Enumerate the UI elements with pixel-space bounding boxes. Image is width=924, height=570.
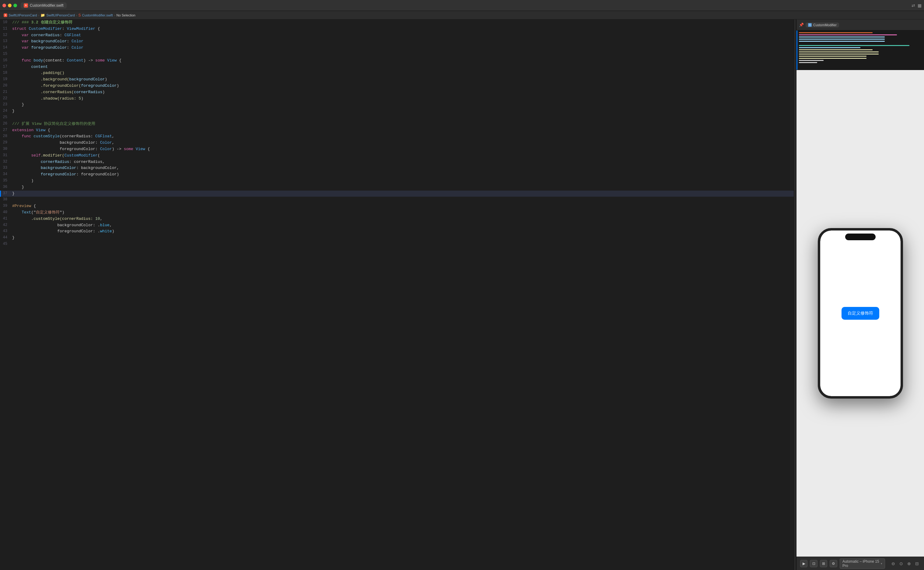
line-number: 25 bbox=[0, 115, 12, 120]
inspector-button[interactable]: ⊡ bbox=[810, 560, 817, 567]
split-view-icon[interactable]: ⇄ bbox=[912, 3, 915, 8]
line-number: 10 bbox=[0, 20, 12, 25]
code-line: 21 .cornerRadius(cornerRadius) bbox=[0, 89, 794, 96]
maximize-button[interactable] bbox=[14, 4, 17, 7]
code-line: 15 bbox=[0, 51, 794, 58]
iphone-screen: 自定义修饰符 bbox=[820, 230, 901, 396]
line-number: 20 bbox=[0, 83, 12, 89]
line-number: 38 bbox=[0, 197, 12, 202]
preview-header: 📌 S CustomModifier bbox=[797, 20, 924, 31]
breadcrumb-current: No Selection bbox=[116, 14, 135, 17]
line-content: content bbox=[12, 64, 794, 70]
line-content: } bbox=[12, 235, 794, 241]
code-line: 19 .background(backgroundColor) bbox=[0, 77, 794, 83]
code-line: 24} bbox=[0, 108, 794, 115]
line-number: 16 bbox=[0, 58, 12, 63]
line-content: var backgroundColor: Color bbox=[12, 38, 794, 45]
line-number: 23 bbox=[0, 102, 12, 107]
code-line: 41 .customStyle(cornerRadius: 10, bbox=[0, 216, 794, 222]
breadcrumb-file[interactable]: CustomModifier.swift bbox=[82, 14, 113, 17]
code-line: 22 .shadow(radius: 5) bbox=[0, 96, 794, 102]
pin-icon[interactable]: 📌 bbox=[799, 23, 804, 27]
breadcrumb-project[interactable]: SwiftUIPersonCard bbox=[9, 14, 37, 17]
zoom-fit-button[interactable]: ⊙ bbox=[898, 560, 904, 567]
line-content: .cornerRadius(cornerRadius) bbox=[12, 89, 794, 96]
mini-code-preview bbox=[797, 31, 924, 70]
line-number: 31 bbox=[0, 153, 12, 158]
grid-button[interactable]: ⊞ bbox=[820, 560, 827, 567]
line-content: .customStyle(cornerRadius: 10, bbox=[12, 216, 794, 222]
line-content bbox=[12, 115, 794, 121]
preview-panel: 📌 S CustomModifier bbox=[796, 20, 924, 570]
code-line: 36 } bbox=[0, 184, 794, 191]
line-content bbox=[12, 51, 794, 58]
editor-tab[interactable]: S CustomModifier.swift bbox=[21, 2, 67, 9]
zoom-out-button[interactable]: ⊖ bbox=[890, 560, 896, 567]
device-selector[interactable]: Automatic – iPhone 15 Pro ▾ bbox=[840, 558, 885, 569]
settings-button[interactable]: ⚙ bbox=[830, 560, 837, 567]
code-line: 26/// 扩展 View 协议简化自定义修饰符的使用 bbox=[0, 121, 794, 127]
window-controls bbox=[2, 4, 17, 7]
code-line: 34 foregroundColor: foregroundColor) bbox=[0, 172, 794, 178]
code-line: 17 content bbox=[0, 64, 794, 70]
code-line: 27extension View { bbox=[0, 127, 794, 134]
swift-blue-icon: S bbox=[808, 23, 812, 27]
line-number: 13 bbox=[0, 38, 12, 44]
code-line: 39#Preview { bbox=[0, 203, 794, 210]
line-number: 36 bbox=[0, 184, 12, 190]
tab-label: CustomModifier.swift bbox=[30, 3, 64, 8]
play-button[interactable]: ▶ bbox=[800, 560, 808, 567]
code-line: 44} bbox=[0, 235, 794, 241]
line-number: 19 bbox=[0, 77, 12, 82]
minimize-button[interactable] bbox=[8, 4, 12, 7]
line-number: 44 bbox=[0, 235, 12, 241]
code-line: 38 bbox=[0, 197, 794, 203]
iphone-notch bbox=[845, 234, 876, 240]
tab-bar: S CustomModifier.swift bbox=[21, 2, 67, 9]
line-content: .shadow(radius: 5) bbox=[12, 96, 794, 102]
close-button[interactable] bbox=[2, 4, 6, 7]
code-line: 23 } bbox=[0, 102, 794, 108]
code-line: 42 backgroundColor: .blue, bbox=[0, 222, 794, 229]
zoom-actual-button[interactable]: ⊟ bbox=[914, 560, 920, 567]
line-content: } bbox=[12, 102, 794, 108]
line-number: 15 bbox=[0, 51, 12, 57]
panel-divider[interactable] bbox=[794, 20, 796, 570]
line-number: 40 bbox=[0, 210, 12, 215]
code-line: 35 ) bbox=[0, 178, 794, 184]
line-content: .foregroundColor(foregroundColor) bbox=[12, 83, 794, 89]
code-editor[interactable]: 10/// ### 3.2 创建自定义修饰符11struct CustomMod… bbox=[0, 20, 794, 570]
line-content: } bbox=[12, 108, 794, 115]
preview-file-tab[interactable]: S CustomModifier bbox=[806, 23, 839, 28]
code-line: 45 bbox=[0, 241, 794, 248]
project-icon: S bbox=[4, 14, 7, 17]
line-number: 43 bbox=[0, 228, 12, 234]
line-content: } bbox=[12, 191, 794, 197]
zoom-in-button[interactable]: ⊕ bbox=[906, 560, 912, 567]
line-number: 33 bbox=[0, 165, 12, 171]
line-content: .padding() bbox=[12, 70, 794, 77]
demo-button: 自定义修饰符 bbox=[841, 307, 879, 320]
line-number: 34 bbox=[0, 172, 12, 177]
line-content: #Preview { bbox=[12, 203, 794, 210]
line-content: var foregroundColor: Color bbox=[12, 45, 794, 51]
swift-file-icon: S bbox=[24, 3, 28, 8]
iphone-device: 自定义修饰符 bbox=[818, 228, 903, 398]
line-content: } bbox=[12, 184, 794, 191]
line-number: 27 bbox=[0, 127, 12, 133]
breadcrumb-folder[interactable]: SwiftUIPersonCard bbox=[46, 14, 75, 17]
code-line: 11struct CustomModifier: ViewModifier { bbox=[0, 26, 794, 32]
folder-icon: 📁 bbox=[40, 13, 45, 17]
code-line: 25 bbox=[0, 115, 794, 121]
code-line: 16 func body(content: Content) -> some V… bbox=[0, 58, 794, 64]
code-line: 43 foregroundColor: .white) bbox=[0, 228, 794, 235]
line-number: 11 bbox=[0, 26, 12, 32]
line-number: 26 bbox=[0, 121, 12, 127]
line-content: /// ### 3.2 创建自定义修饰符 bbox=[12, 20, 794, 26]
line-content: func body(content: Content) -> some View… bbox=[12, 58, 794, 64]
layout-icon[interactable]: ▦ bbox=[918, 3, 922, 8]
line-number: 17 bbox=[0, 64, 12, 70]
line-number: 39 bbox=[0, 203, 12, 209]
line-content: /// 扩展 View 协议简化自定义修饰符的使用 bbox=[12, 121, 794, 127]
line-content: foregroundColor: Color) -> some View { bbox=[12, 146, 794, 153]
